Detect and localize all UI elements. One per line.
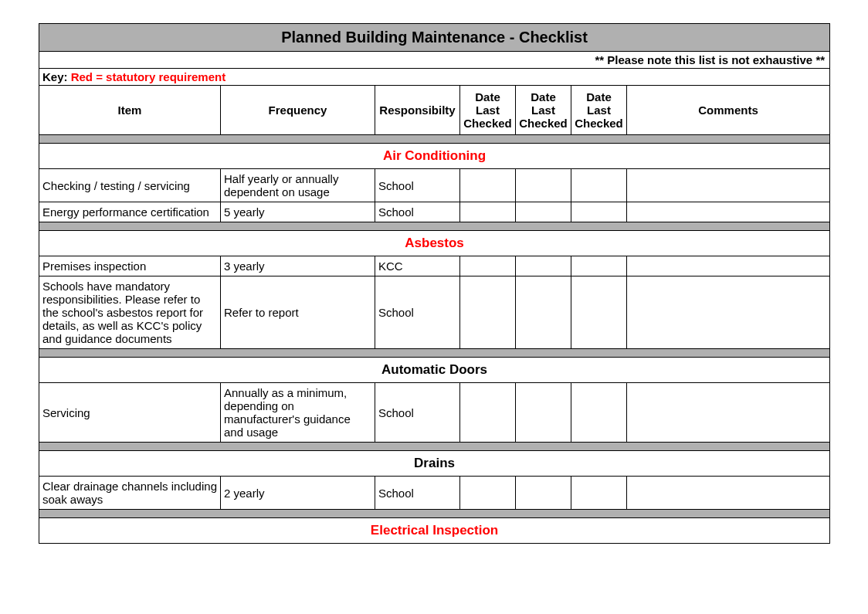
note-row: ** Please note this list is not exhausti… [39, 52, 830, 69]
cell-date1 [460, 256, 516, 276]
cell-date3 [571, 169, 627, 202]
section-heading-text: Asbestos [39, 231, 830, 256]
header-item: Item [39, 86, 221, 135]
cell-date2 [516, 383, 571, 443]
header-responsibility: Responsibilty [375, 86, 460, 135]
header-date3: Date Last Checked [571, 86, 627, 135]
cell-date3 [571, 477, 627, 510]
table-row: Energy performance certification5 yearly… [39, 202, 830, 222]
cell-date1 [460, 276, 516, 349]
note-text: ** Please note this list is not exhausti… [39, 52, 830, 69]
cell-item: Energy performance certification [39, 202, 221, 222]
spacer-cell [39, 222, 830, 231]
cell-item: Clear drainage channels including soak a… [39, 477, 221, 510]
section-spacer [39, 510, 830, 518]
cell-frequency: 2 yearly [221, 477, 375, 510]
cell-responsibility: School [375, 276, 460, 349]
section-heading-text: Air Conditioning [39, 144, 830, 169]
section-heading-text: Electrical Inspection [39, 518, 830, 544]
cell-date2 [516, 477, 571, 510]
cell-date1 [460, 169, 516, 202]
checklist-table: Planned Building Maintenance - Checklist… [39, 23, 830, 544]
section-heading-text: Drains [39, 451, 830, 477]
table-row: ServicingAnnually as a minimum, dependin… [39, 383, 830, 443]
section-spacer [39, 443, 830, 451]
cell-date3 [571, 256, 627, 276]
cell-comments [627, 276, 830, 349]
header-row: Item Frequency Responsibilty Date Last C… [39, 86, 830, 135]
cell-date1 [460, 202, 516, 222]
spacer-cell [39, 443, 830, 451]
spacer-cell [39, 349, 830, 358]
cell-frequency: 5 yearly [221, 202, 375, 222]
cell-item: Checking / testing / servicing [39, 169, 221, 202]
cell-comments [627, 202, 830, 222]
section-heading: Electrical Inspection [39, 518, 830, 544]
cell-date2 [516, 276, 571, 349]
section-heading: Automatic Doors [39, 358, 830, 383]
section-heading-text: Automatic Doors [39, 358, 830, 383]
cell-comments [627, 383, 830, 443]
header-comments: Comments [627, 86, 830, 135]
title-row: Planned Building Maintenance - Checklist [39, 24, 830, 52]
cell-responsibility: KCC [375, 256, 460, 276]
cell-item: Premises inspection [39, 256, 221, 276]
cell-frequency: Half yearly or annually dependent on usa… [221, 169, 375, 202]
cell-item: Servicing [39, 383, 221, 443]
header-date1: Date Last Checked [460, 86, 516, 135]
cell-responsibility: School [375, 202, 460, 222]
key-red-text: Red = statutory requirement [71, 70, 225, 83]
section-spacer [39, 222, 830, 231]
spacer-cell [39, 135, 830, 144]
header-frequency: Frequency [221, 86, 375, 135]
key-cell: Key: Red = statutory requirement [39, 69, 830, 86]
table-row: Checking / testing / servicingHalf yearl… [39, 169, 830, 202]
cell-date2 [516, 256, 571, 276]
section-spacer [39, 349, 830, 358]
cell-date3 [571, 276, 627, 349]
table-row: Clear drainage channels including soak a… [39, 477, 830, 510]
cell-responsibility: School [375, 477, 460, 510]
section-heading: Drains [39, 451, 830, 477]
cell-frequency: Annually as a minimum, depending on manu… [221, 383, 375, 443]
cell-responsibility: School [375, 383, 460, 443]
spacer-cell [39, 510, 830, 518]
key-prefix: Key: [42, 70, 68, 83]
cell-date2 [516, 169, 571, 202]
cell-date1 [460, 477, 516, 510]
section-heading: Air Conditioning [39, 144, 830, 169]
table-row: Schools have mandatory responsibilities.… [39, 276, 830, 349]
cell-date2 [516, 202, 571, 222]
section-spacer [39, 135, 830, 144]
cell-comments [627, 256, 830, 276]
cell-responsibility: School [375, 169, 460, 202]
cell-frequency: Refer to report [221, 276, 375, 349]
cell-frequency: 3 yearly [221, 256, 375, 276]
cell-comments [627, 477, 830, 510]
cell-comments [627, 169, 830, 202]
table-row: Premises inspection3 yearlyKCC [39, 256, 830, 276]
key-row: Key: Red = statutory requirement [39, 69, 830, 86]
header-date2: Date Last Checked [516, 86, 571, 135]
cell-date1 [460, 383, 516, 443]
cell-item: Schools have mandatory responsibilities.… [39, 276, 221, 349]
page-title: Planned Building Maintenance - Checklist [39, 24, 830, 52]
cell-date3 [571, 383, 627, 443]
cell-date3 [571, 202, 627, 222]
section-heading: Asbestos [39, 231, 830, 256]
